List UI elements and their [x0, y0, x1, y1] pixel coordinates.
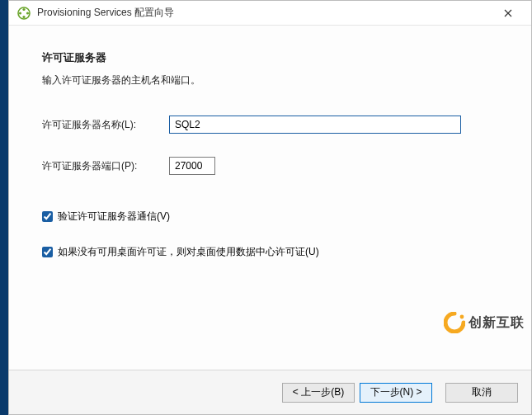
- input-server-port[interactable]: [169, 157, 215, 175]
- footer: < 上一步(B) 下一步(N) > 取消: [9, 370, 531, 414]
- cancel-button[interactable]: 取消: [445, 383, 518, 403]
- input-server-name[interactable]: [169, 116, 461, 134]
- row-server-port: 许可证服务器端口(P):: [42, 157, 498, 175]
- window-title: Provisioning Services 配置向导: [37, 6, 492, 20]
- close-button[interactable]: [492, 2, 525, 25]
- checkbox-fallback[interactable]: [42, 247, 53, 257]
- close-icon: [504, 7, 512, 20]
- back-button[interactable]: < 上一步(B): [282, 383, 355, 403]
- svg-point-2: [19, 12, 21, 14]
- label-server-port: 许可证服务器端口(P):: [42, 159, 169, 173]
- wizard-window: Provisioning Services 配置向导 许可证服务器 输入许可证服…: [8, 0, 532, 415]
- label-validate[interactable]: 验证许可证服务器通信(V): [58, 210, 170, 224]
- next-button[interactable]: 下一步(N) >: [360, 383, 432, 403]
- svg-point-4: [22, 15, 25, 17]
- watermark: 创新互联: [444, 312, 525, 333]
- row-check-fallback: 如果没有可用桌面许可证，则对桌面使用数据中心许可证(U): [42, 245, 498, 259]
- watermark-text: 创新互联: [468, 314, 525, 332]
- app-icon: [17, 7, 31, 20]
- page-subheading: 输入许可证服务器的主机名和端口。: [42, 73, 498, 87]
- row-check-validate: 验证许可证服务器通信(V): [42, 210, 498, 224]
- watermark-logo-icon: [444, 312, 465, 333]
- page-heading: 许可证服务器: [42, 50, 498, 65]
- svg-point-1: [22, 7, 25, 10]
- svg-point-3: [26, 12, 29, 14]
- label-server-name: 许可证服务器名称(L):: [42, 118, 169, 132]
- titlebar: Provisioning Services 配置向导: [9, 1, 531, 26]
- row-server-name: 许可证服务器名称(L):: [42, 116, 498, 134]
- svg-point-5: [460, 315, 464, 319]
- content-area: 许可证服务器 输入许可证服务器的主机名和端口。 许可证服务器名称(L): 许可证…: [9, 26, 531, 370]
- checkbox-validate[interactable]: [42, 211, 53, 222]
- label-fallback[interactable]: 如果没有可用桌面许可证，则对桌面使用数据中心许可证(U): [58, 245, 319, 259]
